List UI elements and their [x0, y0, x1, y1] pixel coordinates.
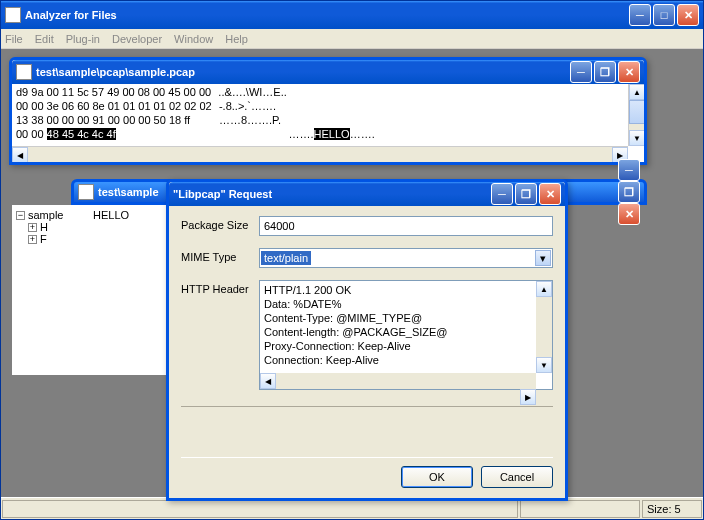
- cancel-button[interactable]: Cancel: [481, 466, 553, 488]
- hex-restore-button[interactable]: ❐: [594, 61, 616, 83]
- decoded-text: HELLO: [93, 209, 129, 221]
- dropdown-button[interactable]: ▾: [535, 250, 551, 266]
- scroll-left-icon[interactable]: ◀: [260, 373, 276, 389]
- menu-edit[interactable]: Edit: [35, 33, 54, 45]
- hex-scrollbar-vertical[interactable]: ▲▼: [628, 84, 644, 146]
- tree-minimize-button[interactable]: ─: [618, 159, 640, 181]
- hex-scrollbar-horizontal[interactable]: ◀▶: [12, 146, 628, 162]
- collapse-icon[interactable]: −: [16, 211, 25, 220]
- mime-type-combo[interactable]: text/plain ▾: [259, 248, 553, 268]
- maximize-button[interactable]: □: [653, 4, 675, 26]
- request-dialog: "Libpcap" Request ─ ❐ ✕ Package Size MIM…: [166, 179, 568, 501]
- scroll-down-icon[interactable]: ▼: [629, 130, 644, 146]
- scroll-thumb[interactable]: [629, 100, 644, 124]
- close-button[interactable]: ✕: [677, 4, 699, 26]
- textarea-scrollbar-vertical[interactable]: ▲▼: [536, 281, 552, 373]
- tree-restore-button[interactable]: ❐: [618, 181, 640, 203]
- dialog-minimize-button[interactable]: ─: [491, 183, 513, 205]
- expand-icon[interactable]: +: [28, 223, 37, 232]
- chevron-down-icon: ▾: [540, 252, 546, 265]
- dialog-titlebar[interactable]: "Libpcap" Request ─ ❐ ✕: [169, 182, 565, 206]
- mime-type-value: text/plain: [261, 251, 311, 265]
- ok-button[interactable]: OK: [401, 466, 473, 488]
- mdi-workspace: test\sample\pcap\sample.pcap ─ ❐ ✕ d9 9a…: [1, 49, 703, 497]
- status-size: Size: 5: [642, 500, 702, 518]
- hex-selection: 48 45 4c 4c 4f: [47, 128, 116, 140]
- main-window: Analyzer for Files ─ □ ✕ File Edit Plug-…: [0, 0, 704, 520]
- menu-help[interactable]: Help: [225, 33, 248, 45]
- status-cell: [520, 500, 640, 518]
- document-icon: [16, 64, 32, 80]
- menubar: File Edit Plug-in Developer Window Help: [1, 29, 703, 49]
- scroll-right-icon[interactable]: ▶: [520, 389, 536, 405]
- menu-file[interactable]: File: [5, 33, 23, 45]
- http-header-label: HTTP Header: [181, 280, 259, 295]
- tree-close-button[interactable]: ✕: [618, 203, 640, 225]
- scroll-up-icon[interactable]: ▲: [629, 84, 644, 100]
- package-size-label: Package Size: [181, 216, 259, 231]
- hex-minimize-button[interactable]: ─: [570, 61, 592, 83]
- dialog-restore-button[interactable]: ❐: [515, 183, 537, 205]
- dialog-title: "Libpcap" Request: [173, 188, 491, 200]
- dialog-close-button[interactable]: ✕: [539, 183, 561, 205]
- package-size-input[interactable]: [259, 216, 553, 236]
- main-titlebar[interactable]: Analyzer for Files ─ □ ✕: [1, 1, 703, 29]
- dialog-body: Package Size MIME Type text/plain ▾ HTTP…: [169, 206, 565, 498]
- http-header-textarea[interactable]: HTTP/1.1 200 OK Data: %DATE% Content-Typ…: [259, 280, 553, 390]
- hex-window: test\sample\pcap\sample.pcap ─ ❐ ✕ d9 9a…: [9, 57, 647, 165]
- status-cell: [2, 500, 518, 518]
- scroll-down-icon[interactable]: ▼: [536, 357, 552, 373]
- document-icon: [78, 184, 94, 200]
- textarea-scrollbar-horizontal[interactable]: ◀▶: [260, 373, 536, 389]
- mime-type-label: MIME Type: [181, 248, 259, 263]
- expand-icon[interactable]: +: [28, 235, 37, 244]
- scroll-up-icon[interactable]: ▲: [536, 281, 552, 297]
- scroll-left-icon[interactable]: ◀: [12, 147, 28, 162]
- hex-title: test\sample\pcap\sample.pcap: [36, 66, 570, 78]
- hex-content[interactable]: d9 9a 00 11 5c 57 49 00 08 00 45 00 00 .…: [12, 84, 644, 162]
- menu-developer[interactable]: Developer: [112, 33, 162, 45]
- minimize-button[interactable]: ─: [629, 4, 651, 26]
- hex-titlebar[interactable]: test\sample\pcap\sample.pcap ─ ❐ ✕: [12, 60, 644, 84]
- app-icon: [5, 7, 21, 23]
- menu-plugin[interactable]: Plug-in: [66, 33, 100, 45]
- content-panel[interactable]: HELLO: [89, 205, 165, 375]
- hex-close-button[interactable]: ✕: [618, 61, 640, 83]
- main-title: Analyzer for Files: [25, 9, 629, 21]
- menu-window[interactable]: Window: [174, 33, 213, 45]
